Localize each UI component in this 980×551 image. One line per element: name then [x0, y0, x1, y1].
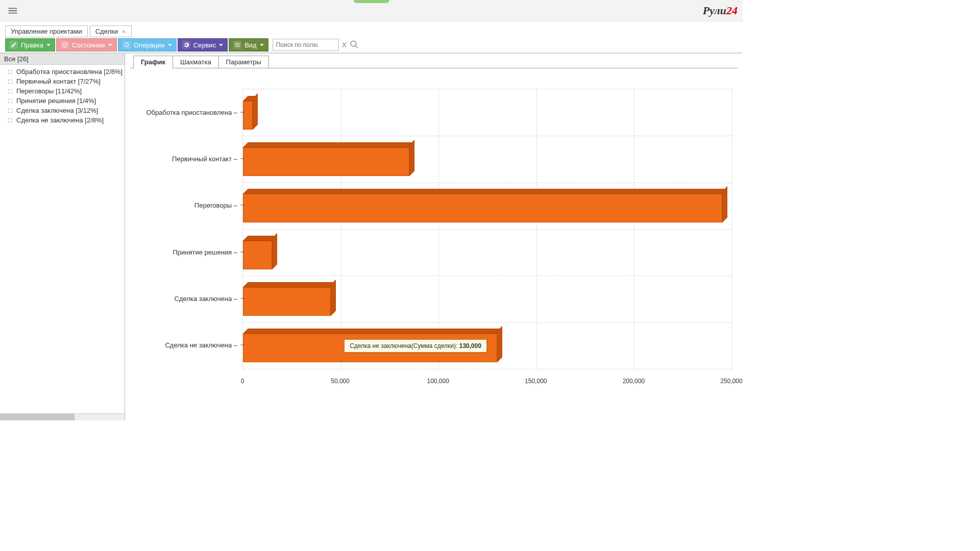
chart-y-tick: [240, 252, 244, 252]
chevron-down-icon: [168, 44, 172, 46]
chart-bar-front: [243, 101, 253, 130]
toolbar: Правка Состояние Операции Сервис Вид X: [0, 37, 743, 53]
search-icon[interactable]: [350, 40, 359, 51]
sidebar-header[interactable]: Все [26]: [0, 54, 125, 65]
chart-x-tick-label: 250,000: [720, 378, 742, 385]
sidebar-tree: Обработка приостановлена [2/8%] Первичны…: [0, 65, 125, 413]
chart-x-axis: 050,000100,000150,000200,000250,000: [242, 374, 732, 390]
chart-gridline-horizontal: [243, 136, 732, 136]
chart-bar-side: [497, 326, 502, 362]
chart-bar-side: [409, 140, 414, 176]
sidebar-item-label: Первичный контакт [7/27%]: [16, 78, 101, 85]
button-label: Сервис: [193, 41, 216, 49]
chart-y-label: Первичный контакт –: [130, 155, 237, 163]
close-icon[interactable]: ×: [121, 29, 126, 35]
chart-bar-side: [331, 280, 336, 316]
search-input[interactable]: [273, 39, 339, 51]
menu-icon[interactable]: [5, 3, 20, 18]
inner-tab-label: Параметры: [226, 58, 261, 66]
nav-tab-label: Управление проектами: [11, 28, 82, 35]
sidebar-item[interactable]: Сделка не заключена [2/8%]: [5, 115, 125, 125]
chart-bar[interactable]: [243, 189, 722, 222]
tab-chart[interactable]: График: [133, 56, 173, 68]
sidebar-item-label: Обработка приостановлена [2/8%]: [16, 68, 122, 76]
chart-y-label: Переговоры –: [130, 202, 237, 209]
chevron-down-icon: [219, 44, 223, 46]
sidebar-item[interactable]: Первичный контакт [7/27%]: [5, 77, 125, 86]
chart-plot: Сделка не заключена(Сумма сделки): 130,0…: [242, 89, 732, 369]
sidebar-item-label: Сделка заключена [3/12%]: [16, 107, 98, 114]
chart-y-tick: [240, 112, 244, 112]
refresh-icon: [122, 41, 131, 49]
logo-text: Рули: [703, 4, 726, 17]
gear-icon: [182, 41, 190, 49]
chart-bar-top: [243, 329, 502, 334]
search-wrap: X: [273, 39, 359, 51]
button-label: Правка: [21, 41, 43, 49]
chart-y-label: Сделка не заключена –: [130, 341, 237, 349]
chart-bar-top: [243, 282, 336, 287]
chart-y-label: Сделка заключена –: [130, 295, 237, 303]
operations-button[interactable]: Операции: [118, 38, 177, 52]
chart-gridline-horizontal: [243, 229, 732, 230]
chart-y-label: Принятие решения –: [130, 248, 237, 256]
chart-bar-side: [722, 186, 727, 222]
sidebar-item-label: Принятие решения [1/4%]: [16, 97, 96, 105]
sidebar-item[interactable]: Обработка приостановлена [2/8%]: [5, 67, 125, 77]
chart-gridline-horizontal: [243, 276, 732, 276]
nav-tab-deals[interactable]: Сделки ×: [90, 26, 132, 37]
chart-x-tick-label: 150,000: [525, 378, 547, 385]
tooltip-label: Сделка не заключена(Сумма сделки):: [350, 342, 459, 349]
chart-bar[interactable]: [243, 236, 272, 269]
chart-x-tick-label: 100,000: [427, 378, 449, 385]
chart-bar[interactable]: [243, 282, 331, 316]
tab-params[interactable]: Параметры: [218, 56, 269, 68]
chart-bar[interactable]: [243, 142, 409, 176]
search-clear-button[interactable]: X: [342, 41, 347, 49]
tab-chessboard[interactable]: Шахматка: [173, 56, 219, 68]
chart-bar-top: [243, 142, 414, 147]
inner-tab-label: Шахматка: [180, 58, 211, 66]
tooltip-value: 130,000: [459, 342, 481, 349]
chart-y-label: Обработка приостановлена –: [130, 108, 237, 116]
view-button[interactable]: Вид: [229, 38, 268, 52]
sidebar: Все [26] Обработка приостановлена [2/8%]…: [0, 54, 125, 420]
chart-gridline-horizontal: [243, 183, 732, 183]
chevron-down-icon: [260, 44, 264, 46]
chart-bar-side: [272, 233, 277, 269]
chart-x-tick-label: 0: [241, 378, 244, 385]
nav-tab-projects[interactable]: Управление проектами: [5, 26, 88, 37]
sidebar-horizontal-scrollbar[interactable]: [0, 413, 125, 420]
sidebar-item[interactable]: Принятие решения [1/4%]: [5, 96, 125, 106]
button-label: Вид: [244, 41, 257, 49]
chart-bar-front: [243, 287, 331, 316]
nav-tabs: Управление проектами Сделки ×: [0, 21, 743, 37]
edit-button[interactable]: Правка: [5, 38, 55, 52]
nav-tab-label: Сделки: [95, 28, 118, 35]
chart: Сделка не заключена(Сумма сделки): 130,0…: [130, 89, 738, 390]
top-accent-bar: [354, 0, 389, 3]
chart-x-tick-label: 50,000: [331, 378, 350, 385]
chart-bar-side: [253, 93, 258, 130]
logo: Рули24: [703, 4, 738, 17]
service-button[interactable]: Сервис: [178, 38, 228, 52]
chart-bar-top: [243, 189, 727, 194]
chart-bar-front: [243, 194, 722, 222]
chart-y-tick: [240, 298, 244, 299]
edit-icon: [10, 41, 18, 49]
app-bar: Рули24: [0, 0, 743, 21]
chart-y-tick: [240, 159, 244, 159]
sidebar-item[interactable]: Сделка заключена [3/12%]: [5, 106, 125, 115]
sidebar-item[interactable]: Переговоры [11/42%]: [5, 86, 125, 96]
state-icon: [61, 41, 69, 49]
inner-tabs: График Шахматка Параметры: [133, 56, 738, 68]
sidebar-item-label: Переговоры [11/42%]: [16, 87, 82, 95]
chevron-down-icon: [46, 44, 51, 46]
state-button[interactable]: Состояние: [56, 38, 117, 52]
content: График Шахматка Параметры Сделка не закл…: [125, 54, 743, 420]
chart-tooltip: Сделка не заключена(Сумма сделки): 130,0…: [344, 339, 487, 353]
chart-bar[interactable]: [243, 96, 253, 130]
list-icon: [233, 41, 241, 49]
scrollbar-thumb[interactable]: [0, 414, 75, 420]
sidebar-item-label: Сделка не заключена [2/8%]: [16, 116, 104, 124]
